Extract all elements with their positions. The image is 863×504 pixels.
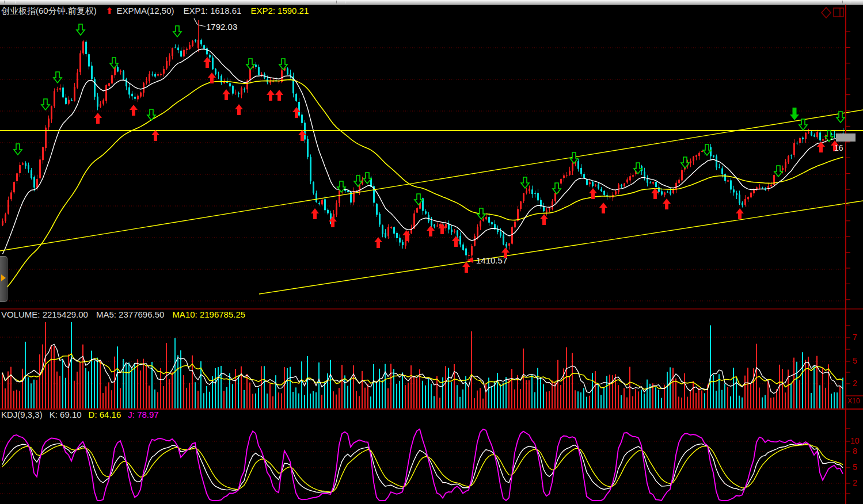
volume-ma5-value: MA5: 2377696.50 [96, 310, 164, 320]
last-price-label: 16 [834, 144, 843, 152]
peak-price-annotation: 1792.03 [206, 22, 237, 32]
volume-header: VOLUME: 2215429.00 MA5: 2377696.50 MA10:… [1, 310, 245, 320]
volume-axis-tick-25: 2 [853, 379, 857, 388]
trough-price-annotation: 1410.57 [476, 256, 507, 266]
kdj-header: KDJ(9,3,3) K: 69.10 D: 64.16 J: 78.97 [1, 410, 159, 420]
kdj-axis-tick-80: 8 [853, 447, 857, 456]
trading-app-window: 创业板指(60分钟.前复权) ⬆ EXPMA(12,50) EXP1: 1618… [0, 0, 863, 504]
expand-panel-arrow-icon [1, 274, 6, 281]
kdj-j-value: J: 78.97 [128, 410, 158, 420]
kdj-indicator-name[interactable]: KDJ(9,3,3) [1, 410, 43, 420]
volume-ma10-value: MA10: 2196785.25 [172, 310, 245, 320]
volume-axis-tick-75: 7 [853, 333, 857, 342]
exp2-value: EXP2: 1590.21 [250, 6, 309, 16]
indicator-name[interactable]: EXPMA(12,50) [116, 6, 174, 16]
main-chart-header: 创业板指(60分钟.前复权) ⬆ EXPMA(12,50) EXP1: 1618… [1, 6, 309, 16]
split-window-icon[interactable] [834, 8, 843, 17]
expand-left-panel-button[interactable] [0, 256, 7, 302]
kdj-axis-tick-20: 2 [853, 479, 857, 487]
kdj-d-value: D: 64.16 [89, 410, 121, 420]
volume-axis-unit: X10 [847, 398, 860, 405]
volume-value[interactable]: VOLUME: 2215429.00 [1, 310, 88, 320]
instrument-title: 创业板指(60分钟.前复权) [1, 6, 97, 16]
diamond-tool-icon[interactable] [822, 7, 831, 18]
chart-canvas[interactable] [0, 0, 863, 504]
buy-signal-legend-icon: ⬆ [106, 6, 113, 16]
exp1-value: EXP1: 1618.61 [183, 6, 241, 16]
kdj-axis-tick-100: 10 [850, 437, 860, 445]
kdj-axis-tick-50: 5 [853, 463, 857, 472]
volume-axis-tick-50: 5 [853, 357, 857, 365]
kdj-k-value: K: 69.10 [50, 410, 82, 420]
